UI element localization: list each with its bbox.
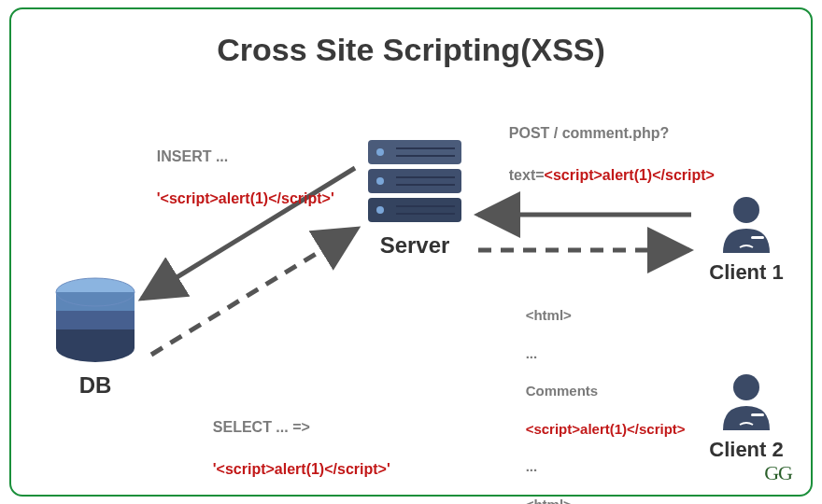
post-payload: <script>alert(1)</script>: [545, 167, 715, 183]
client2-label: Client 2: [695, 438, 798, 462]
caption-insert: INSERT ... '<script>alert(1)</script>': [140, 126, 334, 231]
caption-select: SELECT ... => '<script>alert(1)</script>…: [196, 397, 390, 501]
db-node: DB: [39, 275, 151, 399]
html-dots1: ...: [526, 345, 538, 361]
svg-point-6: [376, 177, 384, 185]
server-node: Server: [359, 135, 471, 259]
diagram-frame: Cross Site Scripting(XSS) DB: [9, 7, 813, 497]
post-line1: POST / comment.php?: [509, 125, 670, 141]
svg-point-16: [733, 374, 759, 400]
server-icon: [363, 135, 466, 229]
server-label: Server: [359, 232, 471, 259]
insert-payload: '<script>alert(1)</script>': [157, 190, 334, 206]
select-payload: '<script>alert(1)</script>': [213, 461, 390, 477]
diagram-title: Cross Site Scripting(XSS): [11, 32, 811, 68]
caption-post: POST / comment.php? text=<script>alert(1…: [492, 103, 715, 207]
db-label: DB: [39, 372, 151, 399]
html-comments: Comments: [526, 383, 599, 399]
caption-html-response: <html> ... Comments <script>alert(1)</sc…: [510, 287, 686, 504]
user-icon: [714, 369, 779, 434]
svg-rect-17: [751, 413, 764, 416]
svg-rect-15: [751, 236, 764, 239]
database-icon: [49, 275, 142, 369]
user-icon: [714, 191, 779, 257]
svg-point-7: [376, 206, 384, 214]
arrow-db-server: [151, 229, 357, 355]
html-payload: <script>alert(1)</script>: [526, 421, 686, 437]
watermark-logo: GG: [764, 461, 792, 485]
html-dots2: ...: [526, 458, 538, 474]
html-open: <html>: [526, 307, 572, 323]
client1-label: Client 1: [695, 260, 798, 285]
insert-label: INSERT ...: [157, 148, 228, 164]
html-close: <html>: [526, 497, 572, 504]
svg-point-5: [376, 148, 384, 156]
client2-node: Client 2: [695, 369, 798, 462]
svg-point-14: [733, 197, 759, 223]
post-prefix: text=: [509, 167, 545, 183]
select-label: SELECT ... =>: [213, 419, 310, 435]
